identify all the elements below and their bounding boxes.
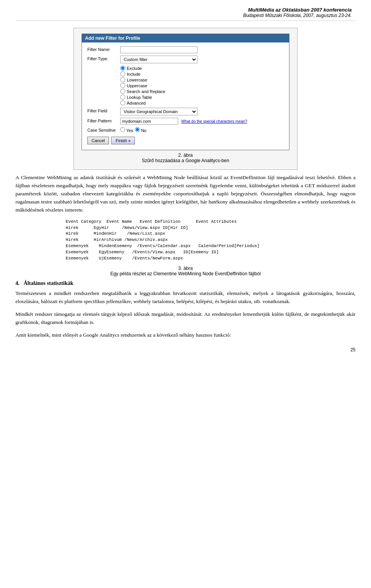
code-line-1: Event Category Event Name Event Definiti… xyxy=(66,219,305,225)
dialog-body: Filter Name: Filter Type: Custom filter xyxy=(82,42,289,150)
case-sensitive-options: Yes No xyxy=(120,127,284,133)
case-sensitive-row: Case Sensitive Yes No xyxy=(87,127,284,133)
filter-name-row: Filter Name: xyxy=(87,46,284,53)
filter-type-radios: Exclude Include Lowercase xyxy=(120,66,284,105)
case-yes-radio[interactable] xyxy=(120,127,125,132)
case-no-text: No xyxy=(141,128,146,133)
filter-pattern-row: Filter Pattern What do the special chara… xyxy=(87,118,284,125)
case-no-radio[interactable] xyxy=(135,127,140,132)
code-line-6: Esemenyek EgyEsemeny /Events/View.aspx I… xyxy=(66,249,305,256)
conference-subtitle: Budapesti Műszaki Főiskola, 2007. augusz… xyxy=(15,13,352,18)
filter-field-select[interactable]: Visitor Geographical Domain xyxy=(120,108,197,115)
radio-exclude-label: Exclude xyxy=(127,66,142,71)
filter-type-row: Filter Type: Custom filter xyxy=(87,56,284,63)
code-line-2: Hirek EgyHir /News/View.aspx ID[Hir ID] xyxy=(66,225,305,231)
special-chars-link[interactable]: What do the special characters mean? xyxy=(181,119,247,124)
radio-advanced-label: Advanced xyxy=(127,101,146,105)
radio-uppercase[interactable]: Uppercase xyxy=(120,83,284,88)
radio-search-replace-input[interactable] xyxy=(120,89,125,94)
filter-pattern-label: Filter Pattern xyxy=(87,118,120,123)
case-no-label[interactable]: No xyxy=(135,127,146,133)
radio-lowercase[interactable]: Lowercase xyxy=(120,77,284,82)
filter-dialog: Add new Filter for Profile Filter Name: … xyxy=(82,34,289,150)
radio-lookup-table-label: Lookup Table xyxy=(127,95,152,100)
main-paragraph-4: Amit kiemelnék, mint előnyét a Google An… xyxy=(15,331,356,339)
radio-include[interactable]: Include xyxy=(120,71,284,76)
case-sensitive-value: Yes No xyxy=(120,127,284,133)
page-header: MultiMédia az Oktatásban 2007 konferenci… xyxy=(15,4,356,21)
dialog-buttons: Cancel Finish » xyxy=(87,137,284,144)
radio-advanced[interactable]: Advanced xyxy=(120,100,284,105)
filter-name-label: Filter Name: xyxy=(87,46,120,52)
filter-name-value xyxy=(120,46,284,53)
case-yes-label[interactable]: Yes xyxy=(120,127,133,133)
filter-type-select[interactable]: Custom filter xyxy=(120,56,197,63)
radio-exclude-input[interactable] xyxy=(120,66,125,71)
section-4-title: Általános statisztikák xyxy=(24,280,73,286)
figure-3-caption-text: Egy példa részlet az Clementine WebMinin… xyxy=(110,271,260,276)
radio-spacer xyxy=(87,66,120,66)
radio-lowercase-input[interactable] xyxy=(120,77,125,82)
figure-3-caption-number: 3. ábra xyxy=(178,266,192,271)
section-4-heading: 4. Általános statisztikák xyxy=(15,280,356,286)
filter-field-value: Visitor Geographical Domain xyxy=(120,108,284,115)
code-line-3: Hirek MindenHir /News/List.aspx xyxy=(66,231,305,237)
code-line-7: Esemenyek UjEsemeny /Events/NewForm.aspx xyxy=(66,256,305,262)
radio-exclude[interactable]: Exclude xyxy=(120,66,284,71)
radio-options-row: Exclude Include Lowercase xyxy=(87,66,284,105)
filter-type-value: Custom filter xyxy=(120,56,284,63)
filter-name-input[interactable] xyxy=(120,46,197,53)
figure-2-caption: 2. ábra Szűrő hozzáadása a Google Analit… xyxy=(82,153,289,163)
radio-lookup-table[interactable]: Lookup Table xyxy=(120,95,284,100)
paragraph-3-text: Mindkét rendszer támogatja az elemzés tá… xyxy=(15,310,356,327)
filter-pattern-value: What do the special characters mean? xyxy=(120,118,284,125)
main-paragraph-1: A Clementine WebMining az adatok tisztít… xyxy=(15,174,356,214)
filter-type-label: Filter Type: xyxy=(87,56,120,61)
radio-lookup-table-input[interactable] xyxy=(120,95,125,100)
case-yes-text: Yes xyxy=(126,128,133,133)
case-sensitive-label: Case Sensitive xyxy=(87,127,120,132)
code-line-5: Esemenyek MindenEsemeny /Events/Calendar… xyxy=(66,243,305,249)
cancel-button[interactable]: Cancel xyxy=(87,137,109,144)
code-block: Event Category Event Name Event Definiti… xyxy=(66,219,305,262)
paragraph-2-text: Természetesen a mindkét rendszerben megt… xyxy=(15,290,356,306)
figure-2-caption-number: 2. ábra xyxy=(178,153,192,158)
main-paragraph-2: Természetesen a mindkét rendszerben megt… xyxy=(15,290,356,306)
radio-include-label: Include xyxy=(127,72,140,76)
radio-lowercase-label: Lowercase xyxy=(127,78,147,82)
radio-include-input[interactable] xyxy=(120,71,125,76)
filter-pattern-input[interactable] xyxy=(120,118,178,125)
radio-uppercase-input[interactable] xyxy=(120,83,125,88)
dialog-title: Add new Filter for Profile xyxy=(82,34,289,42)
finish-button[interactable]: Finish » xyxy=(111,137,135,144)
figure-3-caption: 3. ábra Egy példa részlet az Clementine … xyxy=(15,266,356,276)
paragraph-1-text: A Clementine WebMining az adatok tisztít… xyxy=(15,174,356,214)
radio-group-container: Exclude Include Lowercase xyxy=(120,66,284,105)
conference-title: MultiMédia az Oktatásban 2007 konferenci… xyxy=(15,7,352,13)
code-line-4: Hirek HirArchivum /News/Archiv.aspx xyxy=(66,237,305,243)
page-number: 25 xyxy=(15,347,356,352)
filter-field-row: Filter Field Visitor Geographical Domain xyxy=(87,108,284,115)
figure-2-caption-text: Szűrő hozzáadása a Google Analitycs-ben xyxy=(142,158,229,163)
figure-2-box: Add new Filter for Profile Filter Name: … xyxy=(73,28,298,170)
radio-search-replace[interactable]: Search and Replace xyxy=(120,89,284,94)
filter-field-label: Filter Field xyxy=(87,108,120,113)
paragraph-4-text: Amit kiemelnék, mint előnyét a Google An… xyxy=(15,331,356,339)
filter-pattern-inner: What do the special characters mean? xyxy=(120,118,284,125)
section-4-number: 4. xyxy=(15,280,20,286)
radio-search-replace-label: Search and Replace xyxy=(127,89,165,94)
radio-uppercase-label: Uppercase xyxy=(127,83,147,88)
main-paragraph-3: Mindkét rendszer támogatja az elemzés tá… xyxy=(15,310,356,327)
radio-advanced-input[interactable] xyxy=(120,100,125,105)
